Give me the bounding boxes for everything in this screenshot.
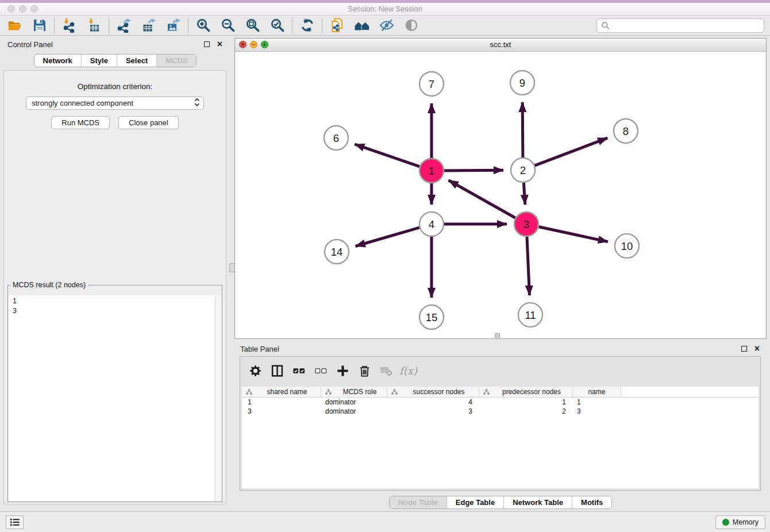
import-network-button[interactable] (57, 17, 82, 34)
table-cell[interactable]: 3 (573, 407, 621, 416)
graph-node-label-14: 14 (331, 246, 343, 258)
table-cell[interactable]: 2 (479, 407, 573, 416)
close-panel-icon[interactable]: × (217, 41, 222, 47)
network-minimize-button[interactable]: − (250, 41, 257, 48)
node-table-area: f(x) shared nameMCDS rolesuccessor nodes… (240, 356, 761, 491)
import-table-button[interactable] (82, 17, 106, 34)
export-image-button[interactable] (161, 17, 186, 34)
zoom-out-button[interactable] (215, 17, 240, 34)
table-cell[interactable]: dominator (321, 398, 387, 407)
tab-mcds[interactable]: MCDS (156, 55, 196, 67)
search-input[interactable] (610, 19, 764, 32)
column-header-successor-nodes[interactable]: successor nodes (387, 387, 479, 398)
delete-row-button[interactable] (357, 364, 372, 378)
mcds-result-title: MCDS result (2 nodes) (10, 281, 88, 289)
table-cell[interactable]: 1 (479, 398, 573, 407)
deselect-all-button[interactable] (314, 364, 328, 378)
graph-edge-3-1[interactable] (449, 180, 515, 218)
network-window-titlebar[interactable]: × − + scc.txt (235, 38, 766, 52)
table-tab-edge-table[interactable]: Edge Table (446, 496, 503, 508)
app-title-bar: Session: New Session (0, 3, 770, 16)
control-panel: Control Panel × NetworkStyleSelectMCDS O… (0, 36, 230, 511)
graph-node-label-2: 2 (520, 164, 526, 176)
result-scrollbar[interactable] (215, 295, 221, 501)
minimize-window-button[interactable] (19, 5, 26, 13)
tab-style[interactable]: Style (81, 55, 117, 67)
settings-button[interactable] (248, 364, 263, 378)
reset-view-button[interactable] (349, 17, 374, 34)
export-table-button[interactable] (136, 17, 161, 34)
column-header-predecessor-nodes[interactable]: predecessor nodes (479, 387, 573, 398)
table-cell[interactable]: dominator (321, 407, 387, 416)
column-header-label: predecessor nodes (502, 388, 561, 396)
table-cell[interactable]: 1 (242, 398, 321, 407)
panel-divider[interactable] (230, 36, 234, 511)
hide-graphics-details-button[interactable] (374, 17, 399, 34)
column-header-label: name (588, 388, 605, 396)
mcds-result-group: MCDS result (2 nodes) 1 3 (7, 281, 222, 502)
graph-edge-2-3[interactable] (523, 183, 525, 205)
table-tab-node-table[interactable]: Node Table (390, 496, 446, 508)
criterion-value: strongly connected component (32, 99, 133, 107)
column-tree-icon (391, 389, 398, 395)
search-box[interactable] (596, 18, 764, 33)
graph-edge-1-6[interactable] (355, 144, 419, 167)
table-cell[interactable]: 3 (242, 407, 321, 416)
export-network-button[interactable] (111, 17, 136, 34)
memory-button[interactable]: Memory (715, 515, 765, 529)
table-panel: Table Panel × f(x) shared nameMCDS roles… (234, 341, 767, 511)
task-history-button[interactable] (6, 515, 24, 529)
graph-edge-4-14[interactable] (356, 228, 419, 246)
tab-select[interactable]: Select (117, 55, 156, 67)
graph-edge-1-2[interactable] (444, 170, 503, 171)
network-graph: 7968124314101511 (235, 52, 766, 338)
float-panel-icon[interactable] (204, 41, 210, 47)
maximize-window-button[interactable] (30, 5, 38, 13)
table-row[interactable]: 1dominator411 (242, 398, 759, 407)
column-layout-button[interactable] (270, 364, 284, 378)
memory-label: Memory (733, 518, 759, 526)
column-tree-icon (325, 389, 332, 395)
graph-node-label-4: 4 (429, 218, 434, 230)
add-row-button[interactable] (336, 364, 350, 378)
column-header-shared-name[interactable]: shared name (242, 387, 321, 398)
column-tree-icon (483, 389, 490, 395)
refresh-network-button[interactable] (295, 17, 319, 34)
column-header-label: successor nodes (413, 388, 464, 396)
network-close-button[interactable]: × (239, 41, 247, 48)
column-header-name[interactable]: name (573, 387, 621, 398)
zoom-selected-button[interactable] (265, 17, 290, 34)
network-maximize-button[interactable]: + (261, 41, 268, 48)
run-mcds-button[interactable]: Run MCDS (51, 116, 110, 129)
canvas-scroll-thumb[interactable] (495, 333, 500, 338)
mcds-result-text[interactable]: 1 3 (9, 295, 221, 501)
table-cell[interactable]: 4 (387, 398, 479, 407)
show-graphics-details-button[interactable] (399, 17, 424, 34)
open-session-button[interactable] (2, 17, 27, 34)
graph-edge-2-8[interactable] (535, 138, 608, 165)
table-header-row: shared nameMCDS rolesuccessor nodesprede… (242, 387, 759, 398)
close-table-panel-icon[interactable]: × (754, 346, 760, 352)
save-session-button[interactable] (27, 17, 52, 34)
table-cell[interactable]: 3 (387, 407, 479, 416)
table-cell[interactable]: 1 (573, 398, 621, 407)
close-panel-button[interactable]: Close panel (118, 116, 179, 129)
table-tab-network-table[interactable]: Network Table (503, 496, 572, 508)
close-window-button[interactable] (7, 5, 15, 13)
tab-network[interactable]: Network (34, 55, 81, 67)
select-all-button[interactable] (292, 364, 306, 378)
network-canvas[interactable]: 7968124314101511 (235, 52, 766, 338)
clone-network-button[interactable] (325, 17, 349, 34)
graph-edge-3-10[interactable] (539, 227, 608, 242)
zoom-in-button[interactable] (191, 17, 215, 34)
float-table-panel-icon[interactable] (741, 346, 747, 352)
column-header-mcds-role[interactable]: MCDS role (321, 387, 387, 398)
window-controls (7, 5, 38, 13)
table-row[interactable]: 3dominator323 (242, 407, 759, 416)
graph-edge-2-9[interactable] (522, 102, 523, 157)
criterion-select[interactable]: strongly connected component (26, 97, 204, 110)
zoom-fit-button[interactable] (240, 17, 265, 34)
graph-edge-3-11[interactable] (527, 237, 530, 295)
table-toolbar: f(x) (240, 357, 760, 384)
table-tab-motifs[interactable]: Motifs (572, 496, 611, 508)
